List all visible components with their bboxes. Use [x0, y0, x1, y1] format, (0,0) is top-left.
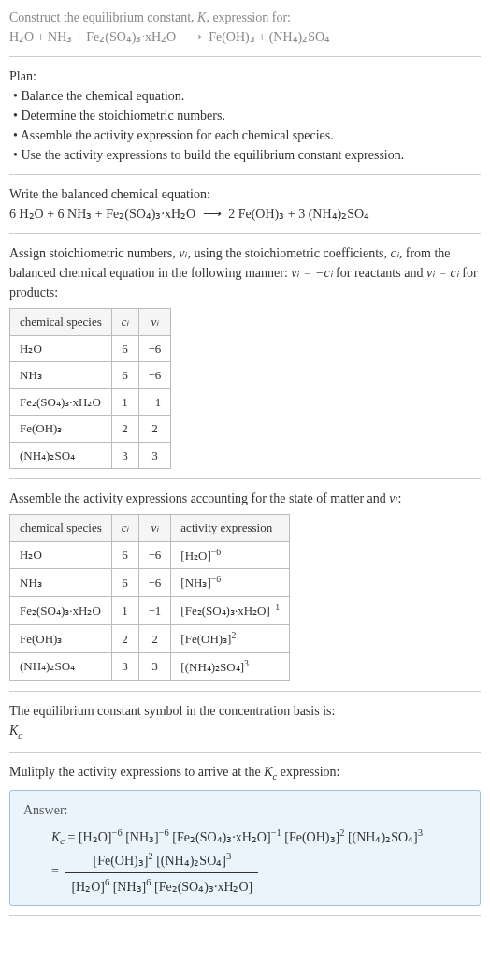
stoich-rel2: νᵢ = cᵢ: [426, 266, 459, 280]
term: [Fe₂(SO₄)₃·xH₂O]: [172, 829, 270, 843]
cell-nu: −6: [138, 335, 171, 362]
cell-activity: [H₂O]−6: [171, 541, 290, 569]
cell-nu: −1: [138, 597, 171, 625]
col-species: chemical species: [10, 515, 112, 542]
cell-activity: [NH₃]−6: [171, 569, 290, 597]
arrow-icon: ⟶: [203, 207, 222, 221]
term-exp: −6: [111, 827, 122, 838]
cell-species: (NH₄)₂SO₄: [10, 652, 112, 680]
term: [Fe(OH)₃]: [94, 854, 149, 868]
col-ci: cᵢ: [111, 515, 138, 542]
cell-nu: −1: [138, 388, 171, 416]
table-row: NH₃6−6: [10, 362, 171, 389]
term-exp: 2: [148, 851, 152, 861]
cell-species: (NH₄)₂SO₄: [10, 442, 112, 469]
nu-var: νᵢ: [389, 491, 397, 505]
stoich-section: Assign stoichiometric numbers, νᵢ, using…: [9, 243, 481, 479]
plan-bullet-1: • Balance the chemical equation.: [13, 86, 481, 106]
fraction: [Fe(OH)₃]2 [(NH₄)₂SO₄]3 [H₂O]6 [NH₃]6 [F…: [65, 849, 258, 896]
kc-var: K: [9, 724, 18, 738]
balanced-title: Write the balanced chemical equation:: [9, 184, 481, 204]
eq-sign: =: [65, 829, 79, 843]
answer-line2: = [Fe(OH)₃]2 [(NH₄)₂SO₄]3 [H₂O]6 [NH₃]6 …: [51, 849, 467, 896]
cell-c: 2: [111, 416, 138, 443]
activity-section: Assemble the activity expressions accoun…: [9, 489, 481, 692]
symbol-text: The equilibrium constant symbol in the c…: [9, 701, 481, 721]
kc-var: K: [264, 765, 272, 779]
col-nu: νᵢ: [138, 309, 171, 336]
cell-species: Fe₂(SO₄)₃·xH₂O: [10, 597, 112, 625]
cell-nu: 2: [138, 624, 171, 652]
cell-species: Fe(OH)₃: [10, 416, 112, 443]
cell-c: 3: [111, 442, 138, 469]
table-row: H₂O6−6: [10, 335, 171, 362]
cell-c: 6: [111, 335, 138, 362]
act-exp: −1: [270, 602, 280, 612]
stoich-table: chemical species cᵢ νᵢ H₂O6−6 NH₃6−6 Fe₂…: [9, 308, 171, 469]
table-row: Fe₂(SO₄)₃·xH₂O1−1: [10, 388, 171, 416]
plan-section: Plan: • Balance the chemical equation. •…: [9, 66, 481, 175]
plan-bullet-4: • Use the activity expressions to build …: [13, 145, 481, 165]
term-exp: −1: [271, 827, 281, 838]
act-base: [NH₃]: [180, 577, 210, 591]
cell-nu: −6: [138, 362, 171, 389]
term-exp: 2: [339, 827, 344, 838]
cell-species: Fe(OH)₃: [10, 624, 112, 652]
table-row: NH₃6−6[NH₃]−6: [10, 569, 290, 597]
act-base: [Fe(OH)₃]: [180, 632, 231, 646]
cell-nu: 2: [138, 416, 171, 443]
cell-c: 2: [111, 624, 138, 652]
cell-species: NH₃: [10, 569, 112, 597]
K-var: K: [197, 10, 206, 24]
multiply-text: Mulitply the activity expressions to arr…: [9, 762, 481, 784]
kc-var: K: [51, 829, 60, 843]
term: [NH₃]: [113, 879, 147, 893]
activity-table: chemical species cᵢ νᵢ activity expressi…: [9, 514, 290, 681]
fraction-denominator: [H₂O]6 [NH₃]6 [Fe₂(SO₄)₃·xH₂O]: [65, 873, 258, 897]
term: [NH₃]: [125, 829, 159, 843]
cell-nu: 3: [138, 652, 171, 680]
kc-symbol: Kc: [9, 721, 481, 743]
activity-text-b: :: [398, 491, 402, 505]
cell-species: H₂O: [10, 541, 112, 569]
activity-text-a: Assemble the activity expressions accoun…: [9, 491, 389, 505]
intro-line1: Construct the equilibrium constant,: [9, 10, 197, 24]
eq-sign: =: [51, 864, 62, 878]
cell-activity: [Fe₂(SO₄)₃·xH₂O]−1: [171, 597, 290, 625]
answer-label: Answer:: [23, 800, 467, 820]
activity-text: Assemble the activity expressions accoun…: [9, 489, 481, 508]
balanced-rhs: 2 Fe(OH)₃ + 3 (NH₄)₂SO₄: [228, 207, 369, 221]
symbol-section: The equilibrium constant symbol in the c…: [9, 701, 481, 753]
intro-text: Construct the equilibrium constant, K, e…: [9, 7, 481, 27]
act-base: [H₂O]: [180, 549, 210, 563]
cell-activity: [(NH₄)₂SO₄]3: [171, 652, 290, 680]
multiply-text-b: expression:: [277, 765, 339, 779]
term: [Fe₂(SO₄)₃·xH₂O]: [154, 879, 252, 893]
arrow-icon: ⟶: [183, 30, 202, 44]
intro-lhs: H₂O + NH₃ + Fe₂(SO₄)₃·xH₂O: [9, 30, 176, 44]
act-base: [Fe₂(SO₄)₃·xH₂O]: [180, 604, 269, 618]
cell-species: H₂O: [10, 335, 112, 362]
col-activity: activity expression: [171, 515, 290, 542]
term: [(NH₄)₂SO₄]: [348, 829, 418, 843]
cell-nu: −6: [138, 541, 171, 569]
act-exp: −6: [211, 547, 221, 557]
table-row: H₂O6−6[H₂O]−6: [10, 541, 290, 569]
intro-rhs: Fe(OH)₃ + (NH₄)₂SO₄: [209, 30, 330, 44]
fraction-numerator: [Fe(OH)₃]2 [(NH₄)₂SO₄]3: [65, 849, 258, 873]
ci-var: cᵢ: [391, 246, 399, 260]
col-ci: cᵢ: [111, 309, 138, 336]
term-exp: 6: [146, 877, 151, 887]
col-species: chemical species: [10, 309, 112, 336]
cell-c: 6: [111, 569, 138, 597]
table-row: Fe(OH)₃22: [10, 416, 171, 443]
term-exp: 6: [105, 877, 109, 887]
stoich-rel1: νᵢ = −cᵢ: [291, 266, 332, 280]
table-row: (NH₄)₂SO₄33: [10, 442, 171, 469]
balanced-lhs: 6 H₂O + 6 NH₃ + Fe₂(SO₄)₃·xH₂O: [9, 207, 195, 221]
cell-c: 6: [111, 541, 138, 569]
stoich-text-a: Assign stoichiometric numbers,: [9, 246, 179, 260]
cell-species: NH₃: [10, 362, 112, 389]
col-nu: νᵢ: [138, 515, 171, 542]
term-exp: 3: [418, 827, 423, 838]
